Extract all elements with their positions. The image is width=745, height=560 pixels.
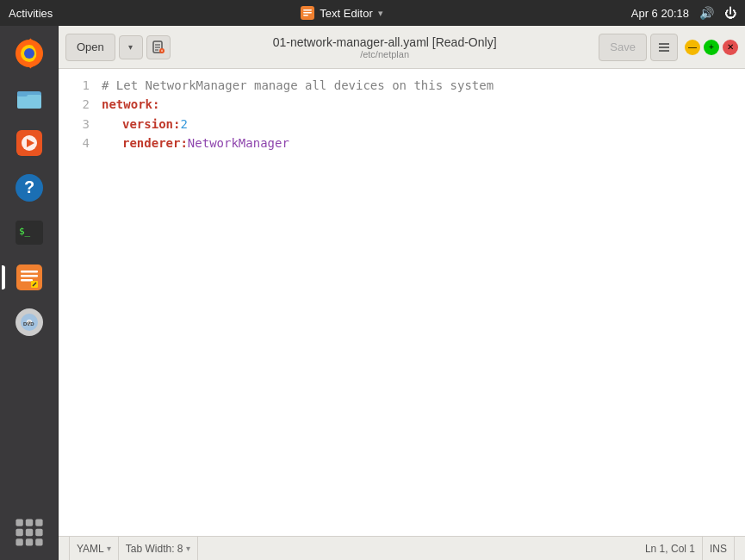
- code-content-2: network:: [102, 95, 159, 114]
- cursor-pos-label: Ln 1, Col 1: [645, 543, 695, 555]
- hamburger-icon: [657, 40, 671, 54]
- svg-rect-19: [21, 275, 38, 277]
- code-line-1: 1 # Let NetworkManager manage all device…: [72, 76, 731, 95]
- file-title-area: 01-network-manager-all.yaml [Read-Only] …: [174, 35, 596, 59]
- sidebar-item-files[interactable]: [9, 78, 50, 119]
- svg-text:$_: $_: [19, 226, 31, 237]
- svg-rect-34: [16, 538, 22, 545]
- code-editor[interactable]: 1 # Let NetworkManager manage all device…: [59, 69, 745, 536]
- svg-rect-2: [303, 12, 312, 14]
- minimize-button[interactable]: —: [685, 40, 700, 55]
- svg-rect-3: [303, 15, 308, 16]
- svg-point-6: [24, 48, 34, 59]
- svg-rect-31: [16, 529, 22, 536]
- language-label: YAML: [77, 543, 104, 555]
- sidebar-dock: ? $_ DVD: [0, 26, 59, 560]
- code-content-1: # Let NetworkManager manage all devices …: [102, 76, 494, 95]
- sidebar-item-firefox[interactable]: [9, 33, 50, 74]
- toolbar: Open ▾ 01-network-manager-all.yaml [Read…: [59, 26, 745, 69]
- topbar-left: Activities: [9, 7, 53, 20]
- code-key-3: version:: [122, 115, 180, 134]
- window-controls: — + ✕: [685, 40, 738, 55]
- recent-files-button[interactable]: [146, 35, 171, 59]
- svg-rect-1: [303, 9, 312, 11]
- menu-button[interactable]: [650, 34, 678, 61]
- encoding-label: INS: [710, 543, 727, 555]
- text-editor-topbar-icon: [301, 6, 314, 20]
- filepath-label: /etc/netplan: [360, 49, 409, 59]
- power-icon[interactable]: ⏻: [724, 6, 736, 20]
- line-number-1: 1: [72, 76, 90, 95]
- tab-width-label: Tab Width: 8: [126, 543, 183, 555]
- line-number-2: 2: [72, 95, 90, 114]
- svg-text:?: ?: [23, 177, 34, 196]
- volume-icon[interactable]: 🔊: [699, 6, 714, 20]
- code-line-2: 2 network:: [72, 95, 731, 114]
- language-status[interactable]: YAML ▾: [69, 537, 119, 560]
- topbar-right: Apr 6 20:18 🔊 ⏻: [631, 6, 736, 20]
- save-button[interactable]: Save: [599, 34, 647, 61]
- svg-rect-30: [35, 519, 42, 526]
- code-indent-3: [102, 115, 122, 134]
- close-button[interactable]: ✕: [723, 40, 738, 55]
- line-number-3: 3: [72, 115, 90, 134]
- line-number-4: 4: [72, 134, 90, 152]
- code-val-3: 2: [180, 115, 187, 134]
- cursor-pos-status: Ln 1, Col 1: [638, 537, 703, 560]
- datetime-label: Apr 6 20:18: [631, 7, 689, 20]
- activities-label[interactable]: Activities: [9, 7, 53, 20]
- svg-rect-36: [35, 538, 42, 545]
- app-name-label[interactable]: Text Editor: [320, 7, 372, 20]
- recent-icon: [152, 40, 165, 54]
- open-button[interactable]: Open: [65, 34, 115, 61]
- code-line-4: 4 renderer: NetworkManager: [72, 134, 731, 152]
- main-content: Open ▾ 01-network-manager-all.yaml [Read…: [59, 26, 745, 560]
- sidebar-item-help[interactable]: ?: [9, 167, 50, 208]
- code-val-4: NetworkManager: [188, 134, 289, 152]
- tab-width-dropdown-icon: ▾: [186, 544, 190, 553]
- encoding-status: INS: [703, 537, 735, 560]
- svg-rect-9: [17, 91, 28, 96]
- svg-rect-32: [25, 529, 32, 536]
- svg-text:DVD: DVD: [23, 321, 34, 327]
- maximize-button[interactable]: +: [704, 40, 719, 55]
- svg-rect-28: [16, 519, 22, 526]
- code-line-3: 3 version: 2: [72, 115, 731, 134]
- topbar: Activities Text Editor ▾ Apr 6 20:18 🔊 ⏻: [0, 0, 745, 26]
- svg-rect-33: [35, 529, 42, 536]
- code-key-4: renderer:: [122, 134, 188, 152]
- sidebar-item-dvd[interactable]: DVD: [9, 302, 50, 343]
- sidebar-item-text-editor[interactable]: [9, 257, 50, 298]
- sidebar-item-terminal[interactable]: $_: [9, 212, 50, 253]
- open-dropdown-button[interactable]: ▾: [119, 35, 143, 59]
- svg-rect-17: [16, 264, 42, 290]
- topbar-center: Text Editor ▾: [301, 6, 382, 20]
- tab-width-status[interactable]: Tab Width: 8 ▾: [119, 537, 198, 560]
- sidebar-item-apps-grid[interactable]: [9, 512, 50, 553]
- svg-rect-18: [21, 271, 38, 273]
- language-dropdown-icon: ▾: [107, 544, 111, 553]
- svg-rect-8: [17, 95, 41, 109]
- svg-rect-29: [25, 519, 32, 526]
- code-indent-4: [102, 134, 122, 152]
- svg-rect-35: [25, 538, 32, 545]
- svg-rect-20: [21, 279, 33, 282]
- statusbar: YAML ▾ Tab Width: 8 ▾ Ln 1, Col 1 INS: [59, 536, 745, 560]
- sidebar-item-software[interactable]: [9, 122, 50, 164]
- app-dropdown-arrow[interactable]: ▾: [378, 8, 383, 19]
- filename-label: 01-network-manager-all.yaml [Read-Only]: [273, 35, 497, 49]
